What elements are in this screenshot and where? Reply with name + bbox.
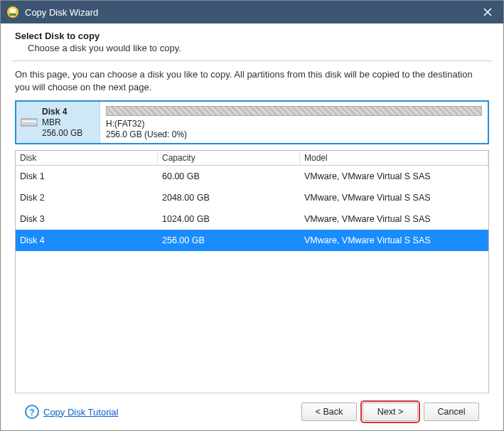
help-icon[interactable]: ? [25, 405, 39, 419]
table-body: Disk 160.00 GBVMware, VMware Virtual S S… [16, 166, 488, 393]
disk-summary: Disk 4 MBR 256.00 GB [16, 102, 100, 143]
col-disk[interactable]: Disk [16, 151, 158, 165]
partition-map: H:(FAT32) 256.0 GB (Used: 0%) [100, 102, 488, 143]
tutorial-link[interactable]: Copy Disk Tutorial [43, 407, 118, 417]
table-row[interactable]: Disk 22048.00 GBVMware, VMware Virtual S… [16, 187, 488, 208]
partition-label: H:(FAT32) [106, 119, 482, 129]
cell-capacity: 256.00 GB [162, 235, 304, 245]
cell-capacity: 1024.00 GB [162, 214, 304, 224]
window-title: Copy Disk Wizard [25, 7, 478, 18]
disk-scheme: MBR [42, 117, 95, 128]
col-model[interactable]: Model [300, 151, 488, 165]
page-header: Select Disk to copy Choose a disk you wo… [12, 23, 492, 60]
svg-rect-4 [22, 120, 36, 122]
partition-bar[interactable] [106, 106, 482, 116]
disk-size: 256.00 GB [42, 128, 95, 139]
svg-rect-2 [10, 9, 16, 13]
hard-drive-icon [21, 117, 38, 127]
disk-table: Disk Capacity Model Disk 160.00 GBVMware… [15, 150, 489, 393]
cancel-button[interactable]: Cancel [424, 403, 479, 421]
back-button[interactable]: < Back [301, 403, 357, 421]
cell-disk: Disk 4 [20, 235, 162, 245]
close-button[interactable] [478, 2, 498, 22]
titlebar: Copy Disk Wizard [1, 1, 503, 23]
page-subtitle: Choose a disk you would like to copy. [15, 43, 489, 53]
cell-model: VMware, VMware Virtual S SAS [304, 171, 484, 181]
table-header: Disk Capacity Model [16, 151, 488, 166]
col-capacity[interactable]: Capacity [158, 151, 300, 165]
partition-info: 256.0 GB (Used: 0%) [106, 129, 482, 140]
cell-disk: Disk 2 [20, 193, 162, 203]
disk-name: Disk 4 [42, 107, 95, 117]
svg-rect-1 [9, 14, 16, 16]
cell-model: VMware, VMware Virtual S SAS [304, 214, 484, 224]
cell-capacity: 60.00 GB [162, 171, 304, 181]
page-title: Select Disk to copy [15, 31, 489, 41]
cell-disk: Disk 3 [20, 214, 162, 224]
cell-disk: Disk 1 [20, 171, 162, 181]
cell-capacity: 2048.00 GB [162, 193, 304, 203]
next-button[interactable]: Next > [363, 403, 418, 421]
content-area: Select Disk to copy Choose a disk you wo… [1, 23, 503, 430]
page-description: On this page, you can choose a disk you … [15, 68, 489, 93]
table-row[interactable]: Disk 160.00 GBVMware, VMware Virtual S S… [16, 166, 488, 187]
cell-model: VMware, VMware Virtual S SAS [304, 235, 484, 245]
app-icon [6, 6, 19, 18]
footer: ? Copy Disk Tutorial < Back Next > Cance… [12, 393, 492, 430]
table-row[interactable]: Disk 31024.00 GBVMware, VMware Virtual S… [16, 208, 488, 230]
help-section: ? Copy Disk Tutorial [25, 405, 118, 419]
table-row[interactable]: Disk 4256.00 GBVMware, VMware Virtual S … [16, 230, 488, 251]
selected-disk-panel: Disk 4 MBR 256.00 GB H:(FAT32) 256.0 GB … [15, 100, 489, 144]
cell-model: VMware, VMware Virtual S SAS [304, 193, 484, 203]
divider [12, 60, 492, 61]
